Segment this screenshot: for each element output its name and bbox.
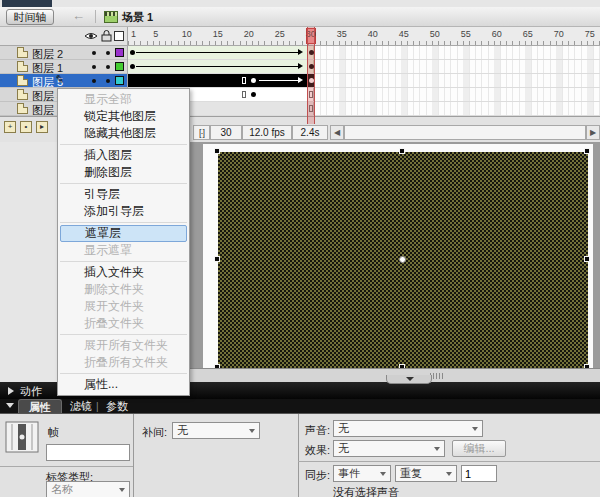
menu-item[interactable]: 删除图层 xyxy=(58,164,189,181)
ruler-label: 70 xyxy=(554,29,564,39)
layer-lock-dot[interactable] xyxy=(106,79,110,83)
back-arrow-icon[interactable]: ← xyxy=(72,8,85,23)
timeline-scrollbar[interactable] xyxy=(344,125,586,140)
frame-mark xyxy=(251,78,256,83)
lock-icon[interactable] xyxy=(101,30,112,44)
menu-item[interactable]: 添加引导层 xyxy=(58,203,189,220)
actions-panel-label: 动作 xyxy=(20,384,42,399)
ruler-label: 15 xyxy=(213,29,223,39)
layer-color-swatch[interactable] xyxy=(115,76,124,85)
layer-column-header xyxy=(0,27,128,46)
layer-page-icon xyxy=(17,89,28,100)
panel-collapse-tab[interactable] xyxy=(386,375,432,384)
frame-label: 帧 xyxy=(48,425,59,440)
layer-track[interactable] xyxy=(128,102,600,116)
ruler-label: 5 xyxy=(153,29,158,39)
selected-clip[interactable] xyxy=(218,152,588,368)
layer-color-swatch[interactable] xyxy=(115,48,124,57)
layer-visibility-dot[interactable] xyxy=(92,65,96,69)
add-guide-layer-icon[interactable]: • xyxy=(20,121,32,133)
label-type-select[interactable]: 名称 xyxy=(46,481,130,497)
menu-item[interactable]: 属性... xyxy=(58,376,189,393)
outline-color-icon[interactable] xyxy=(114,31,124,41)
menu-item: 展开文件夹 xyxy=(58,298,189,315)
frame-mark xyxy=(130,64,135,69)
frame-rate-value[interactable]: 12.0 fps xyxy=(242,125,292,140)
no-sound-text: 没有选择声音 xyxy=(333,485,399,497)
menu-separator xyxy=(60,261,187,262)
tween-select[interactable]: 无 xyxy=(172,422,260,439)
effect-select[interactable]: 无 xyxy=(333,440,445,457)
layer-track[interactable] xyxy=(128,88,600,102)
scrollbar-grip[interactable] xyxy=(430,373,444,379)
handle-top-left[interactable] xyxy=(214,148,220,154)
edit-button[interactable]: 编辑... xyxy=(452,440,506,457)
layer-color-swatch[interactable] xyxy=(115,62,124,71)
menu-item[interactable]: 遮罩层 xyxy=(60,225,187,242)
scene-icon xyxy=(104,11,118,23)
eye-icon[interactable] xyxy=(84,30,98,44)
handle-top-mid[interactable] xyxy=(399,148,405,154)
menu-item[interactable]: 插入文件夹 xyxy=(58,264,189,281)
timeline-scroll-left[interactable]: ◀ xyxy=(330,125,344,140)
ruler-label: 45 xyxy=(399,29,409,39)
layer-visibility-dot[interactable] xyxy=(92,79,96,83)
tab-properties[interactable]: 属性 xyxy=(18,399,62,413)
menu-item[interactable]: 引导层 xyxy=(58,186,189,203)
layer-page-icon xyxy=(17,47,28,58)
collapse-triangle-icon[interactable] xyxy=(6,403,14,408)
stage-pasteboard[interactable] xyxy=(128,142,600,382)
repeat-count-input[interactable] xyxy=(461,465,497,482)
layer-lock-dot[interactable] xyxy=(106,51,110,55)
divider xyxy=(298,461,600,462)
insert-folder-icon[interactable]: ▸ xyxy=(36,121,48,133)
frame-ruler[interactable]: 151015202530354045505560657075 xyxy=(128,27,600,46)
stage-horizontal-scrollbar[interactable] xyxy=(128,368,600,382)
frame-mark xyxy=(136,52,300,53)
ruler-label: 25 xyxy=(275,29,285,39)
layer-row[interactable]: 图层 1 xyxy=(0,60,127,74)
cropped-panel-tab xyxy=(2,0,52,7)
scene-label[interactable]: 场景 1 xyxy=(122,10,153,25)
handle-mid-right[interactable] xyxy=(584,256,590,262)
menu-item: 显示全部 xyxy=(58,91,189,108)
menu-separator xyxy=(60,183,187,184)
sound-label: 声音: xyxy=(305,423,330,438)
layer-track[interactable] xyxy=(128,74,600,88)
menu-item[interactable]: 锁定其他图层 xyxy=(58,108,189,125)
repeat-select[interactable]: 重复 xyxy=(395,465,457,482)
sound-select[interactable]: 无 xyxy=(333,420,483,437)
layer-visibility-dot[interactable] xyxy=(92,51,96,55)
divider xyxy=(133,414,134,497)
layer-track[interactable] xyxy=(128,60,600,74)
playhead-line[interactable] xyxy=(307,27,315,124)
ruler-label: 1 xyxy=(131,29,136,39)
insert-layer-icon[interactable]: + xyxy=(4,121,16,133)
expand-triangle-icon[interactable] xyxy=(8,387,14,395)
menu-item[interactable]: 插入图层 xyxy=(58,147,189,164)
tab-parameters[interactable]: 参数 xyxy=(102,399,132,413)
ruler-label: 20 xyxy=(244,29,254,39)
context-menu: 显示全部锁定其他图层隐藏其他图层插入图层删除图层引导层添加引导层遮罩层显示遮罩插… xyxy=(57,88,190,396)
handle-mid-left[interactable] xyxy=(214,256,220,262)
layer-page-icon xyxy=(17,61,28,72)
tab-timeline[interactable]: 时间轴 xyxy=(6,9,54,25)
layer-row[interactable]: 图层 5✎ xyxy=(0,74,127,88)
properties-panel: 帧 标签类型: 名称 补间: 无 声音: 无 效果: 无 编辑... 同步: 事… xyxy=(0,413,600,497)
layer-page-icon xyxy=(17,75,28,86)
layer-track[interactable] xyxy=(128,46,600,60)
divider xyxy=(298,414,299,497)
layer-row[interactable]: 图层 2 xyxy=(0,46,127,60)
center-frame-button[interactable]: [·] xyxy=(193,125,210,140)
menu-item: 折叠所有文件夹 xyxy=(58,354,189,371)
menu-item[interactable]: 隐藏其他图层 xyxy=(58,125,189,142)
sync-select[interactable]: 事件 xyxy=(333,465,391,482)
handle-top-right[interactable] xyxy=(584,148,590,154)
layer-page-icon xyxy=(17,103,28,114)
menu-item: 展开所有文件夹 xyxy=(58,337,189,354)
layer-lock-dot[interactable] xyxy=(106,65,110,69)
menu-separator xyxy=(60,144,187,145)
tab-filters[interactable]: 滤镜 xyxy=(66,399,96,413)
timeline-scroll-right[interactable]: ▶ xyxy=(586,125,600,140)
frame-name-input[interactable] xyxy=(46,444,130,461)
